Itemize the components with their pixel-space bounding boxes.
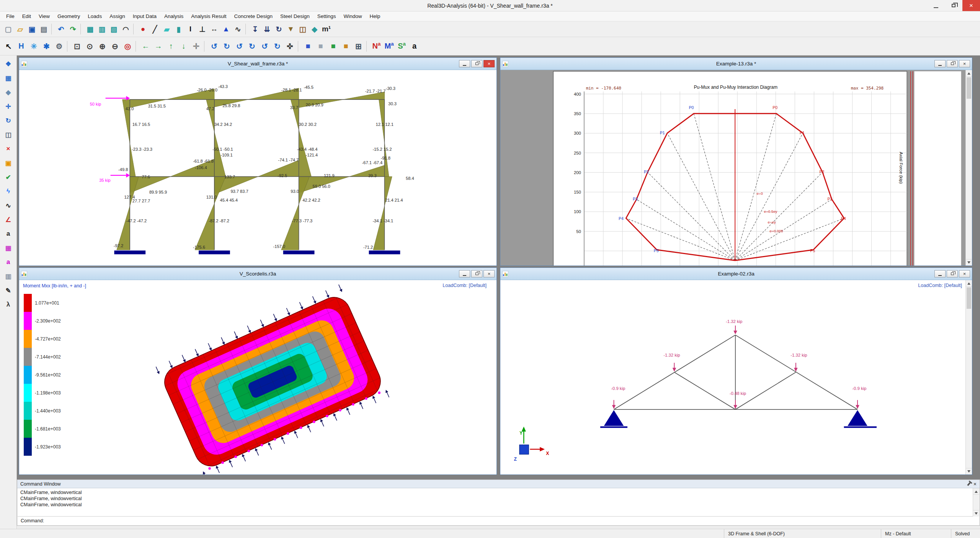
moment-unit-icon[interactable]: m¹ <box>320 23 332 35</box>
draw-arc-icon[interactable]: ◠ <box>120 23 132 35</box>
quick-run-icon[interactable]: ϟ <box>3 186 14 197</box>
child-restore-button[interactable] <box>947 60 958 67</box>
child-close-button[interactable]: × <box>959 60 970 67</box>
interaction-diagram-view[interactable]: min = -170.640 Pu-Mux and Pu-Muy Interac… <box>500 70 972 266</box>
app-close-button[interactable]: × <box>962 0 980 11</box>
view-grid-icon[interactable]: ▦ <box>3 73 14 83</box>
annotate-text-icon[interactable]: a <box>408 40 421 52</box>
clipboard-icon[interactable]: ▥ <box>3 271 14 282</box>
view-model-icon[interactable]: ❖ <box>3 59 14 69</box>
redo-icon[interactable]: ↷ <box>67 23 79 35</box>
window-titlebar[interactable]: V_Shear_wall_frame.r3a * × <box>19 58 497 70</box>
moment-load-icon[interactable]: ↻ <box>273 23 285 35</box>
command-window-titlebar[interactable]: Command Window × <box>17 480 980 488</box>
app-maximize-button[interactable] <box>945 0 962 11</box>
view-wireframe-icon[interactable]: ■ <box>302 40 314 52</box>
app-titlebar[interactable]: Real3D-Analysis (64-bit) - V_Shear_wall_… <box>0 0 980 11</box>
save-file-icon[interactable]: ▣ <box>26 23 38 35</box>
menu-item-settings[interactable]: Settings <box>314 11 340 21</box>
command-close-button[interactable]: × <box>973 481 977 487</box>
child-minimize-button[interactable] <box>459 60 470 67</box>
view-textured-icon[interactable]: ■ <box>340 40 352 52</box>
annotate-nodes-icon[interactable]: Nª <box>370 40 383 52</box>
scroll-up-button[interactable] <box>966 70 972 77</box>
pan-right-icon[interactable]: → <box>152 40 165 52</box>
print-icon[interactable]: ▤ <box>38 23 50 35</box>
vertical-scrollbar[interactable] <box>965 70 972 266</box>
menu-item-loads[interactable]: Loads <box>84 11 106 21</box>
view-shade-icon[interactable]: ◆ <box>3 87 14 98</box>
zoom-dynamic-icon[interactable]: ⊙ <box>83 40 96 52</box>
distributed-load-icon[interactable]: ⇊ <box>261 23 273 35</box>
snap-point-icon[interactable]: ✳ <box>28 40 40 52</box>
rotate-z-minus-icon[interactable]: ↻ <box>271 40 284 52</box>
pan-down-icon[interactable]: ↓ <box>177 40 190 52</box>
pick-point-icon[interactable]: ✜ <box>284 40 296 52</box>
menu-item-assign[interactable]: Assign <box>106 11 129 21</box>
annotate-surfaces-icon[interactable]: Sª <box>395 40 408 52</box>
draw-plate-icon[interactable]: ▰ <box>161 23 173 35</box>
snap-grid-icon[interactable]: ✱ <box>40 40 53 52</box>
draw-curve-icon[interactable]: ∿ <box>3 200 14 211</box>
zoom-in-icon[interactable]: ⊕ <box>96 40 109 52</box>
shear-frame-view[interactable]: 50 kip-26.0 -26.0-43.3-28.1 -28.1-45.5-2… <box>19 70 497 266</box>
menu-item-concrete-design[interactable]: Concrete Design <box>230 11 277 21</box>
area-load-icon[interactable]: ▼ <box>285 23 297 35</box>
rotate-z-plus-icon[interactable]: ↺ <box>258 40 271 52</box>
child-close-button[interactable]: × <box>483 270 495 277</box>
menu-item-edit[interactable]: Edit <box>18 11 35 21</box>
menu-item-help[interactable]: Help <box>366 11 384 21</box>
child-minimize-button[interactable] <box>459 270 470 277</box>
menu-item-file[interactable]: File <box>2 11 18 21</box>
app-minimize-button[interactable] <box>927 0 945 11</box>
draw-member-icon[interactable]: ╱ <box>149 23 161 35</box>
menu-item-geometry[interactable]: Geometry <box>54 11 84 21</box>
point-load-icon[interactable]: ↧ <box>249 23 261 35</box>
shell-contour-view[interactable]: Moment Mxx [lb-in/in, + and -] LoadComb:… <box>19 280 497 474</box>
menu-item-steel-design[interactable]: Steel Design <box>276 11 314 21</box>
grid-members-icon[interactable]: ▥ <box>96 23 108 35</box>
grid-plates-icon[interactable]: ▧ <box>108 23 120 35</box>
vertical-scrollbar[interactable] <box>965 280 972 474</box>
scroll-down-button[interactable] <box>966 259 972 266</box>
fixed-support-icon[interactable]: ⊥ <box>196 23 208 35</box>
command-log[interactable]: CMainFrame, windowverticalCMainFrame, wi… <box>18 488 979 517</box>
grid-nodes-icon[interactable]: ▦ <box>84 23 96 35</box>
vertical-scrollbar[interactable] <box>973 488 979 517</box>
open-file-icon[interactable]: ▱ <box>14 23 26 35</box>
beam-section-icon[interactable]: I <box>185 23 196 35</box>
select-pointer-icon[interactable]: ↖ <box>2 40 15 52</box>
spring-support-icon[interactable]: ∿ <box>232 23 244 35</box>
rotate-y-plus-icon[interactable]: ↺ <box>233 40 246 52</box>
scroll-down-button[interactable] <box>973 510 979 517</box>
view-rendered-icon[interactable]: ■ <box>327 40 340 52</box>
annotation-color-icon[interactable]: a <box>3 257 14 267</box>
truss-view[interactable]: LoadComb: [Default] <box>500 280 972 474</box>
child-restore-button[interactable] <box>947 270 958 277</box>
dimension-icon[interactable]: ∠ <box>3 214 14 225</box>
pan-hand-icon[interactable]: ✛ <box>190 40 203 52</box>
scroll-down-button[interactable] <box>966 468 972 474</box>
scrollbar-thumb[interactable] <box>967 287 971 309</box>
child-restore-button[interactable] <box>471 60 482 67</box>
highlight-h-icon[interactable]: H <box>15 40 28 52</box>
window-titlebar[interactable]: Example-13.r3a * × <box>500 58 972 70</box>
load-combination-icon[interactable]: ◆ <box>309 23 320 35</box>
spreadsheet-icon[interactable]: ⊞ <box>352 40 365 52</box>
zoom-extents-icon[interactable]: ◎ <box>121 40 134 52</box>
menu-item-input-data[interactable]: Input Data <box>129 11 160 21</box>
menu-item-analysis-result[interactable]: Analysis Result <box>187 11 230 21</box>
section-box-icon[interactable]: ◫ <box>3 129 14 140</box>
move-model-icon[interactable]: ✛ <box>3 101 14 112</box>
child-minimize-button[interactable] <box>934 270 946 277</box>
annotate-members-icon[interactable]: Mª <box>383 40 395 52</box>
color-palette-icon[interactable]: ▦ <box>3 243 14 253</box>
moving-load-icon[interactable]: ◫ <box>297 23 309 35</box>
rotate-x-minus-icon[interactable]: ↻ <box>220 40 233 52</box>
sketch-pen-icon[interactable]: ✎ <box>3 285 14 296</box>
draw-node-icon[interactable]: ● <box>137 23 149 35</box>
scrollbar-thumb[interactable] <box>967 77 971 99</box>
child-restore-button[interactable] <box>471 270 482 277</box>
rotate-x-plus-icon[interactable]: ↺ <box>208 40 220 52</box>
menu-item-window[interactable]: Window <box>340 11 366 21</box>
